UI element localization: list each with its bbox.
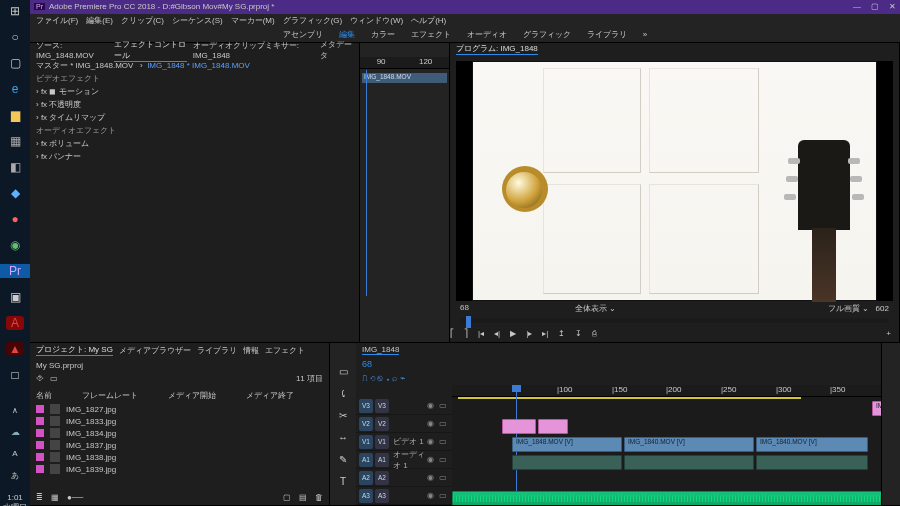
- track-header[interactable]: V3V3◉▭: [356, 397, 452, 415]
- clip[interactable]: [624, 455, 754, 470]
- start-icon[interactable]: ⊞: [6, 4, 24, 18]
- timeline-tracks[interactable]: |100|150|200|250|300|350|400|600 IMG_184…: [452, 385, 881, 505]
- fx-timeremap[interactable]: fx タイムリマップ: [36, 111, 353, 124]
- iconview-icon[interactable]: ▦: [51, 493, 59, 502]
- slip-tool-icon[interactable]: ↔: [335, 429, 351, 445]
- program-monitor[interactable]: [456, 61, 893, 301]
- new-item-icon[interactable]: ▤: [299, 493, 307, 502]
- effect-controls[interactable]: マスター * IMG_1848.MOV › IMG_1848 * IMG_184…: [30, 57, 359, 165]
- workspace-tab[interactable]: グラフィック: [523, 29, 571, 40]
- list-item[interactable]: IMG_1834.jpg: [30, 427, 329, 439]
- work-area[interactable]: [458, 397, 801, 399]
- app-icon[interactable]: ▲: [6, 342, 24, 356]
- filter-icon[interactable]: ⯑: [36, 374, 44, 383]
- track-header[interactable]: V2V2◉▭: [356, 415, 452, 433]
- pen-tool-icon[interactable]: ✎: [335, 451, 351, 467]
- mark-in-icon[interactable]: ⎡: [450, 329, 454, 338]
- list-item[interactable]: IMG_1827.jpg: [30, 403, 329, 415]
- tab-sequence[interactable]: IMG_1848: [362, 345, 399, 355]
- new-bin-icon[interactable]: ▢: [283, 493, 291, 502]
- list-item[interactable]: IMG_1838.jpg: [30, 451, 329, 463]
- menu-item[interactable]: グラフィック(G): [283, 15, 343, 26]
- razor-tool-icon[interactable]: ✂: [335, 407, 351, 423]
- track-header[interactable]: A3A3◉▭: [356, 487, 452, 505]
- track-headers[interactable]: V3V3◉▭V2V2◉▭V1V1ビデオ 1◉▭A1A1オーディオ 1◉▭A2A2…: [356, 385, 452, 505]
- effect-mini-timeline[interactable]: 90120 IMG_1848.MOV: [360, 43, 450, 342]
- settings-icon[interactable]: +: [886, 329, 891, 338]
- minimize-button[interactable]: —: [853, 2, 861, 11]
- ime-icon[interactable]: あ: [6, 470, 24, 481]
- cortana-icon[interactable]: ○: [6, 30, 24, 44]
- tab-program[interactable]: プログラム: IMG_1848: [456, 43, 538, 55]
- track-header[interactable]: A2A2◉▭: [356, 469, 452, 487]
- tab-mediabrowser[interactable]: メディアブラウザー: [119, 345, 191, 356]
- menu-item[interactable]: ウィンドウ(W): [350, 15, 403, 26]
- clip[interactable]: IMG_1840.MOV [V]: [756, 437, 868, 452]
- track-select-tool-icon[interactable]: ⤹: [335, 385, 351, 401]
- extract-icon[interactable]: ↧: [575, 329, 582, 338]
- trash-icon[interactable]: 🗑: [315, 493, 323, 502]
- menu-item[interactable]: シーケンス(S): [172, 15, 223, 26]
- mark-out-icon[interactable]: ⎤: [464, 329, 468, 338]
- zoom-slider[interactable]: ●──: [67, 493, 83, 502]
- goto-out-icon[interactable]: ▸|: [542, 329, 548, 338]
- scrubber[interactable]: [460, 318, 889, 323]
- app-icon[interactable]: ●: [6, 212, 24, 226]
- edge-icon[interactable]: e: [6, 82, 24, 96]
- menu-item[interactable]: クリップ(C): [121, 15, 164, 26]
- app-icon[interactable]: ◉: [6, 238, 24, 252]
- bin-icon[interactable]: ▭: [50, 374, 58, 383]
- music-clip[interactable]: [452, 491, 881, 505]
- list-item[interactable]: IMG_1833.jpg: [30, 415, 329, 427]
- tab-project[interactable]: プロジェクト: My SG: [36, 344, 113, 356]
- fit-select[interactable]: 全体表示 ⌄: [575, 303, 616, 314]
- listview-icon[interactable]: ≣: [36, 493, 43, 502]
- premiere-icon[interactable]: Pr: [0, 264, 30, 278]
- clock[interactable]: 1:01 水曜日 01/09/25: [0, 493, 31, 506]
- titlebar[interactable]: Pr Adobe Premiere Pro CC 2018 - D:#Gibso…: [30, 0, 900, 14]
- tab-effects[interactable]: エフェクト: [265, 345, 305, 356]
- menu-item[interactable]: マーカー(M): [231, 15, 275, 26]
- workspace-tab[interactable]: エフェクト: [411, 29, 451, 40]
- tray-icon[interactable]: ∧: [6, 406, 24, 415]
- quality-select[interactable]: フル画質 ⌄ 602: [828, 303, 889, 314]
- menu-item[interactable]: ファイル(F): [36, 15, 78, 26]
- fx-motion[interactable]: fx ◼ モーション: [36, 85, 353, 98]
- menubar[interactable]: ファイル(F) 編集(E) クリップ(C) シーケンス(S) マーカー(M) グ…: [30, 14, 900, 28]
- menu-item[interactable]: 編集(E): [86, 15, 113, 26]
- timecode[interactable]: 68: [356, 357, 881, 371]
- menu-item[interactable]: ヘルプ(H): [411, 15, 446, 26]
- app-icon[interactable]: □: [6, 368, 24, 382]
- workspace-tab[interactable]: カラー: [371, 29, 395, 40]
- explorer-icon[interactable]: ▆: [6, 108, 24, 122]
- weather-icon[interactable]: ☁: [6, 427, 24, 437]
- type-tool-icon[interactable]: T: [335, 473, 351, 489]
- overflow-icon[interactable]: »: [643, 30, 647, 39]
- maximize-button[interactable]: ▢: [871, 2, 879, 11]
- ime-icon[interactable]: A: [6, 449, 24, 458]
- step-fwd-icon[interactable]: |▸: [526, 329, 532, 338]
- close-button[interactable]: ✕: [889, 2, 896, 11]
- windows-taskbar[interactable]: ⊞ ○ ▢ e ▆ ▦ ◧ ◆ ● ◉ Pr ▣ A ▲ □ ∧ ☁ A あ 1…: [0, 0, 30, 506]
- track-header[interactable]: A1A1オーディオ 1◉▭: [356, 451, 452, 469]
- workspace-tab[interactable]: アセンブリ: [283, 29, 323, 40]
- taskview-icon[interactable]: ▢: [6, 56, 24, 70]
- workspace-tab[interactable]: オーディオ: [467, 29, 507, 40]
- clip[interactable]: IMG_1842.jpg: [872, 401, 881, 416]
- app-icon[interactable]: ◆: [6, 186, 24, 200]
- mini-clip[interactable]: IMG_1848.MOV: [362, 73, 447, 83]
- clip[interactable]: [538, 419, 568, 434]
- app-icon[interactable]: ▦: [6, 134, 24, 148]
- clip[interactable]: [502, 419, 536, 434]
- app-icon[interactable]: ▣: [6, 290, 24, 304]
- fx-panner[interactable]: fx パンナー: [36, 150, 353, 163]
- fx-opacity[interactable]: fx 不透明度: [36, 98, 353, 111]
- project-bin[interactable]: 名前フレームレートメディア開始メディア終了 IMG_1827.jpgIMG_18…: [30, 388, 329, 490]
- clip[interactable]: [512, 455, 622, 470]
- list-item[interactable]: IMG_1839.jpg: [30, 463, 329, 475]
- step-back-icon[interactable]: ◂|: [494, 329, 500, 338]
- export-frame-icon[interactable]: ⎙: [592, 329, 597, 338]
- clip[interactable]: IMG_1848.MOV [V]: [512, 437, 622, 452]
- playhead[interactable]: [366, 70, 367, 296]
- fx-volume[interactable]: fx ボリューム: [36, 137, 353, 150]
